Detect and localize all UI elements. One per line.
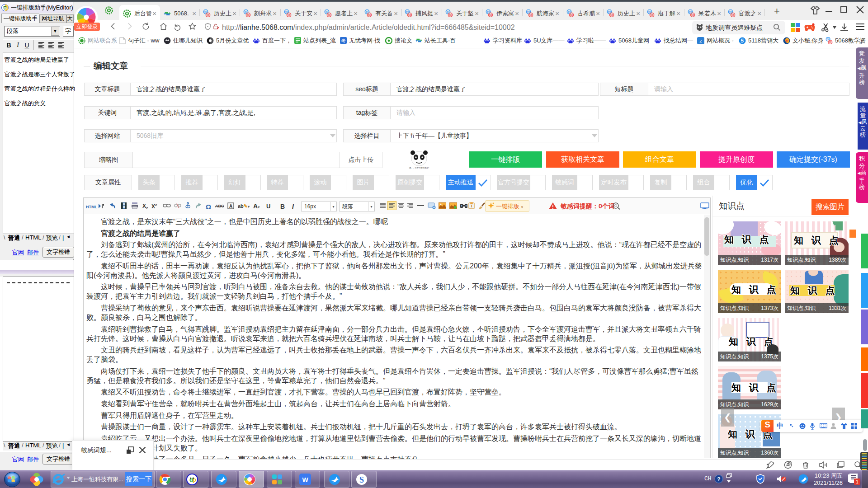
svg-text:dp: dp (3, 6, 7, 10)
svg-text:68: 68 (731, 14, 734, 16)
svg-text:p: p (193, 476, 196, 483)
svg-text:T: T (470, 204, 473, 208)
svg-text:50: 50 (487, 10, 490, 13)
svg-text:50: 50 (689, 10, 692, 13)
svg-text:50: 50 (245, 10, 247, 13)
svg-text:A: A (229, 204, 232, 209)
svg-text:50: 50 (527, 10, 530, 13)
svg-text:50: 50 (608, 10, 611, 13)
svg-text:50: 50 (568, 10, 571, 13)
svg-text:68: 68 (691, 14, 694, 16)
svg-text:Z: Z (699, 39, 702, 43)
svg-text:68: 68 (489, 14, 492, 16)
svg-text:68: 68 (368, 14, 371, 16)
svg-text:?: ? (717, 476, 720, 483)
svg-text:50: 50 (729, 10, 732, 13)
svg-text:50: 50 (827, 38, 830, 40)
svg-text:68: 68 (408, 14, 411, 16)
svg-text:68: 68 (829, 41, 831, 43)
svg-text:50: 50 (285, 10, 288, 13)
svg-text:S: S (359, 475, 364, 484)
svg-text:50: 50 (406, 10, 409, 13)
svg-text:68: 68 (247, 14, 250, 16)
svg-text:50: 50 (366, 10, 368, 13)
svg-text:68: 68 (328, 14, 330, 16)
svg-text:68: 68 (651, 14, 653, 16)
svg-text:W: W (302, 476, 308, 483)
svg-text:68: 68 (288, 14, 290, 16)
svg-text:50: 50 (447, 10, 449, 13)
svg-text:68: 68 (449, 14, 452, 16)
svg-text:50: 50 (204, 10, 207, 13)
svg-text:68: 68 (610, 14, 613, 16)
svg-text:68: 68 (207, 14, 209, 16)
svg-text:50: 50 (648, 10, 651, 13)
svg-text:考: 考 (341, 38, 346, 43)
svg-text:50: 50 (326, 10, 328, 13)
svg-text:嗯。。这要中国我是谁?: 嗯。。这要中国我是谁? (409, 167, 429, 169)
svg-text:68: 68 (529, 14, 532, 16)
svg-text:68: 68 (570, 14, 573, 16)
